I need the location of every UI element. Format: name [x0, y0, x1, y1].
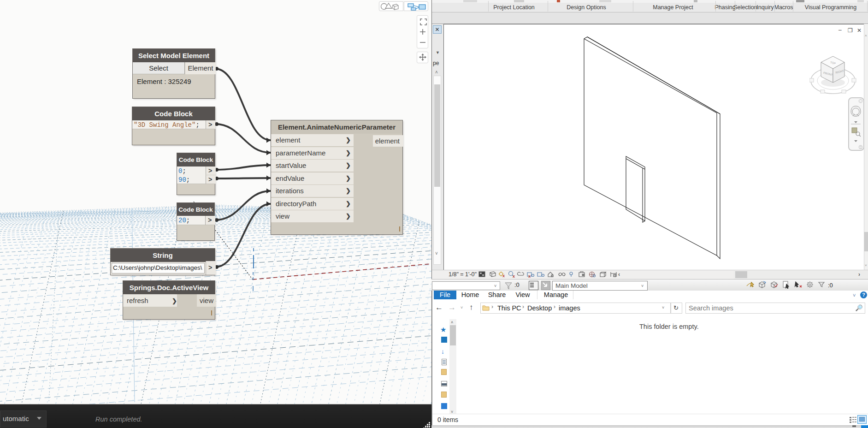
svg-text:x: x [502, 273, 505, 278]
svg-text:x: x [528, 274, 531, 279]
svg-text:x: x [513, 274, 515, 279]
